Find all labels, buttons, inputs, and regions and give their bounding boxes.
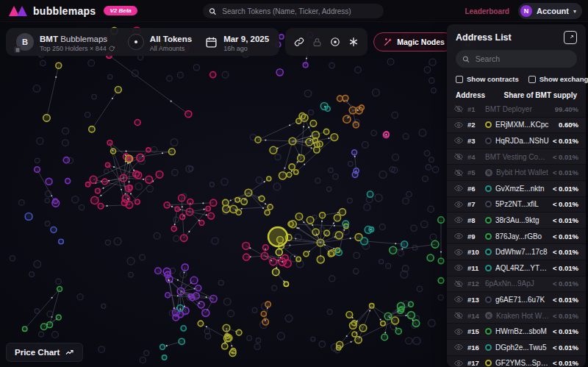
bubble-node-dim[interactable] (401, 271, 408, 278)
bubble-node[interactable] (299, 113, 305, 118)
bubble-node-dim[interactable] (173, 217, 179, 222)
bubble-node[interactable] (175, 207, 179, 211)
bubble-node-dim[interactable] (140, 357, 146, 363)
bubble-node-dim[interactable] (62, 128, 69, 135)
bubble-node[interactable] (236, 210, 241, 215)
bubble-node[interactable] (352, 332, 357, 337)
bubble-node[interactable] (155, 268, 161, 274)
bubble-node-dim[interactable] (146, 185, 153, 192)
bubble-node[interactable] (294, 170, 298, 174)
bubble-node-dim[interactable] (329, 168, 333, 172)
bubble-node-dim[interactable] (47, 311, 53, 317)
bubble-node-dim[interactable] (371, 130, 377, 136)
bubble-node-dim[interactable] (223, 298, 231, 305)
bubble-node[interactable] (323, 129, 329, 134)
bubble-node-dim[interactable] (10, 256, 15, 261)
bubble-node[interactable] (196, 285, 201, 291)
bubble-node[interactable] (177, 311, 184, 318)
bubble-node-dim[interactable] (424, 67, 431, 74)
bubble-node[interactable] (43, 115, 50, 121)
visibility-toggle-icon[interactable] (454, 232, 464, 240)
bubble-node[interactable] (91, 196, 98, 204)
bubble-node[interactable] (335, 232, 343, 239)
share-link-icon[interactable] (294, 37, 304, 47)
bubble-node-dim[interactable] (311, 337, 315, 341)
bubble-node-dim[interactable] (426, 165, 431, 170)
bubble-node[interactable] (156, 171, 163, 178)
bubble-node[interactable] (265, 210, 270, 215)
bubble-node[interactable] (369, 227, 374, 232)
brand-logo[interactable]: bubblemaps V2 Beta (9, 5, 137, 17)
bubble-node-dim[interactable] (406, 338, 412, 344)
bubble-node[interactable] (343, 115, 351, 123)
bubble-node[interactable] (23, 327, 27, 331)
bubble-node[interactable] (427, 254, 434, 261)
bubble-node-dim[interactable] (421, 221, 428, 227)
bubble-node[interactable] (236, 329, 241, 335)
bubble-node-dim[interactable] (205, 333, 211, 339)
bubble-node[interactable] (65, 179, 71, 184)
bubble-node[interactable] (208, 213, 215, 219)
bubble-node[interactable] (182, 264, 188, 271)
visibility-toggle-icon[interactable] (454, 311, 464, 320)
bubble-node-dim[interactable] (193, 65, 199, 71)
bubble-node[interactable] (210, 72, 216, 78)
bubble-node[interactable] (310, 121, 317, 127)
bubble-node-dim[interactable] (354, 268, 359, 274)
token-search-input[interactable] (220, 7, 378, 16)
address-row[interactable]: #13 g6AE71...6u7K < 0.01% (447, 292, 586, 308)
bubble-node-dim[interactable] (431, 88, 437, 93)
bubble-node-dim[interactable] (151, 146, 157, 152)
bubble-node[interactable] (86, 182, 90, 187)
bubble-node[interactable] (25, 213, 32, 220)
visibility-toggle-icon[interactable] (454, 168, 464, 177)
bubble-node-dim[interactable] (423, 176, 429, 182)
bubble-node-dim[interactable] (386, 263, 391, 268)
bubble-node[interactable] (287, 172, 292, 177)
leaderboard-link[interactable]: Leaderboard (465, 7, 509, 15)
bubble-node-dim[interactable] (129, 272, 133, 277)
bubble-node[interactable] (284, 260, 291, 267)
bubble-node[interactable] (383, 132, 389, 138)
bubble-node[interactable] (241, 199, 247, 204)
bubble-node-dim[interactable] (256, 177, 262, 184)
bubble-node-dim[interactable] (272, 285, 277, 291)
bubble-node-dim[interactable] (277, 332, 284, 340)
bubble-node[interactable] (202, 309, 209, 316)
bubble-node[interactable] (111, 149, 116, 154)
address-row[interactable]: #9 876Jay...rGBo < 0.01% (447, 229, 586, 245)
bubble-node[interactable] (190, 277, 198, 284)
address-row[interactable]: #5 B Bybit Hot Wallet < 0.01% (447, 165, 586, 181)
lock-icon[interactable] (312, 38, 322, 47)
bubble-node[interactable] (276, 249, 282, 255)
bubble-node-dim[interactable] (209, 182, 214, 187)
bubble-node-dim[interactable] (320, 227, 324, 231)
bubble-node[interactable] (268, 227, 287, 246)
bubble-node-dim[interactable] (37, 138, 43, 144)
bubble-node[interactable] (226, 335, 232, 341)
bubble-node[interactable] (57, 287, 62, 292)
bubble-node[interactable] (56, 63, 62, 68)
bubble-node[interactable] (89, 127, 95, 132)
bubble-node[interactable] (222, 343, 228, 349)
bubble-node-dim[interactable] (413, 337, 420, 344)
bubble-node[interactable] (361, 238, 368, 245)
bubble-node[interactable] (164, 202, 170, 208)
bubble-node[interactable] (179, 195, 185, 202)
bubble-node-dim[interactable] (392, 154, 399, 160)
bubble-node[interactable] (262, 245, 268, 251)
bubble-node[interactable] (317, 256, 324, 263)
visibility-toggle-icon[interactable] (454, 121, 464, 129)
bubble-node-dim[interactable] (333, 174, 338, 179)
bubble-node-dim[interactable] (430, 234, 437, 240)
bubble-node-dim[interactable] (221, 179, 228, 185)
bubble-node-dim[interactable] (354, 252, 360, 259)
address-row[interactable]: #3 HqRJDa...NShU < 0.01% (447, 133, 586, 149)
bubble-node[interactable] (268, 204, 273, 210)
visibility-toggle-icon[interactable] (454, 184, 464, 193)
bubble-node-dim[interactable] (315, 178, 320, 183)
bubble-node[interactable] (163, 268, 171, 275)
bubble-node[interactable] (343, 221, 348, 227)
bubble-node-dim[interactable] (379, 260, 384, 264)
bubble-node[interactable] (289, 138, 296, 145)
